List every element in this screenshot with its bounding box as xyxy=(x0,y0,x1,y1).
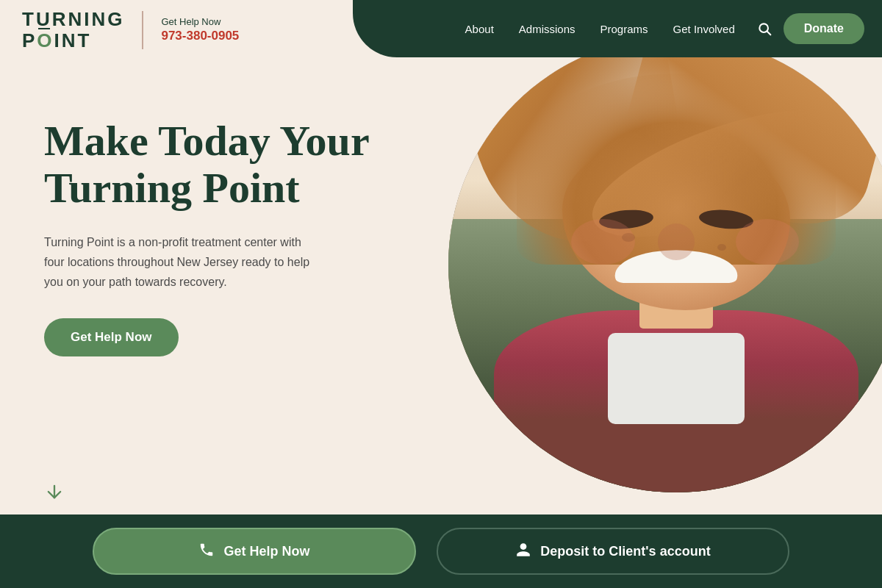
phone-icon xyxy=(198,542,215,562)
bottom-deposit-button[interactable]: Deposit to Client's account xyxy=(437,528,789,575)
nav-about[interactable]: About xyxy=(455,17,504,41)
logo-turning: TURNING xyxy=(22,9,124,30)
hero-image xyxy=(448,37,882,492)
bottom-deposit-label: Deposit to Client's account xyxy=(540,544,710,559)
search-icon[interactable] xyxy=(751,15,778,42)
hero-description: Turning Point is a non-profit treatment … xyxy=(44,232,323,293)
bottom-bar: Get Help Now Deposit to Client's account xyxy=(0,514,882,588)
logo-right: Get Help Now 973-380-0905 xyxy=(161,16,239,43)
bottom-get-help-button[interactable]: Get Help Now xyxy=(93,528,416,575)
logo-phone[interactable]: 973-380-0905 xyxy=(161,29,239,43)
logo-point: POINT xyxy=(22,30,124,51)
nav-get-involved[interactable]: Get Involved xyxy=(663,17,745,41)
nav-links: About Admissions Programs Get Involved xyxy=(455,17,745,41)
logo-area: TURNING POINT Get Help Now 973-380-0905 xyxy=(22,9,239,51)
nav-admissions[interactable]: Admissions xyxy=(509,17,586,41)
logo-text: TURNING POINT xyxy=(22,9,124,51)
scroll-down-icon[interactable] xyxy=(44,481,65,507)
get-help-button[interactable]: Get Help Now xyxy=(44,318,179,356)
navbar: About Admissions Programs Get Involved D… xyxy=(353,0,882,57)
left-content: Make Today Your Turning Point Turning Po… xyxy=(44,118,426,356)
logo-divider xyxy=(142,11,143,49)
bottom-get-help-label: Get Help Now xyxy=(223,544,309,559)
nav-programs[interactable]: Programs xyxy=(590,17,659,41)
person-icon xyxy=(515,542,531,562)
logo-get-help: Get Help Now xyxy=(161,16,239,27)
svg-line-1 xyxy=(767,32,771,35)
main-area: TURNING POINT Get Help Now 973-380-0905 xyxy=(0,0,882,529)
hero-title: Make Today Your Turning Point xyxy=(44,118,426,212)
donate-button[interactable]: Donate xyxy=(784,13,864,44)
